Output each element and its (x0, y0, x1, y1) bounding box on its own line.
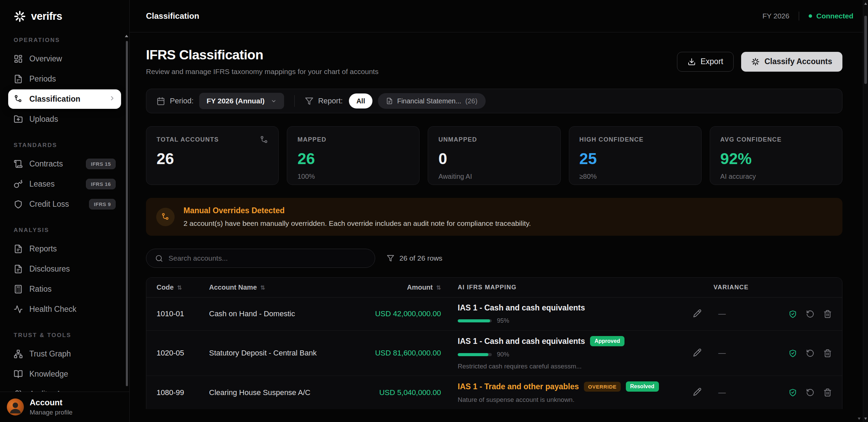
undo-icon[interactable] (806, 388, 814, 397)
ifrs-mapping: IAS 1 - Trade and other payables (458, 382, 579, 391)
table-row[interactable]: 1010-01 Cash on Hand - Domestic USD 42,0… (146, 297, 842, 330)
account-name: Statutory Deposit - Central Bank (209, 349, 339, 358)
folder-upload-icon (14, 115, 23, 124)
sidebar-item-periods[interactable]: Periods (8, 69, 121, 89)
undo-icon[interactable] (806, 349, 814, 358)
document-icon (14, 74, 23, 84)
download-icon (688, 58, 696, 66)
app-root: verifrs OPERATIONS Overview Periods Clas… (0, 0, 868, 422)
sidebar-item-disclosures[interactable]: Disclosures (8, 259, 121, 279)
scroll-icon (14, 159, 23, 169)
approved-badge: Approved (590, 336, 624, 346)
edit-pencil-icon[interactable] (693, 348, 702, 357)
book-open-icon (14, 369, 23, 379)
starburst-icon (14, 10, 26, 23)
approve-shield-icon[interactable] (789, 310, 797, 318)
sidebar-item-reports[interactable]: Reports (8, 239, 121, 259)
table-row[interactable]: 1080-99 Clearing House Suspense A/C USD … (146, 376, 842, 409)
delete-trash-icon[interactable] (823, 310, 832, 318)
filter-divider (294, 95, 295, 107)
confidence-bar (458, 319, 492, 322)
key-icon (14, 179, 23, 189)
branch-icon (260, 135, 269, 145)
scrollbar-up-arrow[interactable] (864, 2, 867, 5)
account-footer[interactable]: Account Manage profile (0, 392, 129, 422)
scrollbar-thumb[interactable] (864, 16, 867, 84)
sidebar-item-trust-graph[interactable]: Trust Graph (8, 344, 121, 364)
nav-section-trust-tools: TRUST & TOOLS (8, 332, 121, 339)
connected-status-dot (809, 14, 812, 18)
edit-pencil-icon[interactable] (693, 309, 702, 318)
mapping-note: Restricted cash requires careful assessm… (458, 363, 693, 370)
page-content: IFRS Classification Review and manage IF… (130, 32, 863, 409)
sidebar-item-health-check[interactable]: Health Check (8, 300, 121, 319)
account-name: Cash on Hand - Domestic (209, 309, 339, 318)
stat-value: 25 (579, 149, 691, 168)
sidebar-item-contracts[interactable]: Contracts IFRS 15 (8, 154, 121, 174)
sidebar-scroll-up-arrow[interactable] (125, 35, 128, 37)
stat-value: 92% (720, 149, 832, 168)
sidebar-item-leases[interactable]: Leases IFRS 16 (8, 174, 121, 194)
avatar (7, 398, 24, 416)
sidebar-item-overview[interactable]: Overview (8, 49, 121, 69)
variance-value: — (713, 388, 754, 397)
sidebar-item-uploads[interactable]: Uploads (8, 110, 121, 129)
sidebar-item-label: Credit Loss (29, 200, 69, 209)
approve-shield-icon[interactable] (789, 388, 797, 397)
header-code[interactable]: Code ⇅ (157, 283, 209, 291)
stat-total-accounts: TOTAL ACCOUNTS 26 (146, 126, 279, 185)
period-dropdown[interactable]: FY 2026 (Annual) (199, 93, 284, 109)
ifrs-mapping: IAS 1 - Cash and cash equivalents (458, 337, 585, 346)
inner-scroll-down-arrow[interactable] (858, 418, 860, 420)
account-name: Clearing House Suspense A/C (209, 388, 339, 397)
document-icon (386, 98, 393, 104)
sidebar-scrollbar-thumb[interactable] (126, 41, 128, 386)
undo-icon[interactable] (806, 310, 814, 318)
accounts-table: Code ⇅ Account Name ⇅ Amount ⇅ AI IFRS M… (146, 277, 842, 409)
confidence-label: 95% (497, 317, 509, 324)
search-input[interactable] (168, 254, 366, 262)
funnel-icon (387, 254, 394, 262)
header-amount[interactable]: Amount ⇅ (339, 283, 441, 291)
ifrs-badge: IFRS 15 (86, 159, 116, 169)
sidebar-item-label: Periods (29, 74, 56, 84)
sidebar-item-credit-loss[interactable]: Credit Loss IFRS 9 (8, 194, 121, 214)
activity-icon (14, 305, 23, 314)
table-header: Code ⇅ Account Name ⇅ Amount ⇅ AI IFRS M… (146, 278, 842, 297)
header-account-name[interactable]: Account Name ⇅ (209, 283, 339, 291)
stat-unmapped: UNMAPPED 0 Awaiting AI (428, 126, 560, 185)
export-button[interactable]: Export (677, 52, 734, 72)
stat-mapped: MAPPED 26 100% (287, 126, 420, 185)
stat-value: 26 (157, 149, 268, 168)
topbar: Classification FY 2026 Connected (130, 0, 863, 32)
account-code: 1010-01 (157, 309, 209, 318)
banner-title: Manual Overrides Detected (183, 206, 531, 215)
sidebar-item-auditor-access[interactable]: Auditor Access (8, 384, 121, 392)
sort-icon: ⇅ (260, 284, 265, 291)
edit-pencil-icon[interactable] (693, 388, 702, 396)
report-chip-count: (26) (465, 97, 477, 105)
delete-trash-icon[interactable] (823, 349, 832, 358)
delete-trash-icon[interactable] (823, 388, 832, 397)
scrollbar-down-arrow[interactable] (864, 418, 867, 420)
sidebar-item-classification[interactable]: Classification (8, 89, 121, 109)
override-banner-icon-circle (156, 208, 175, 226)
sidebar-item-ratios[interactable]: Ratios (8, 279, 121, 299)
search-box[interactable] (146, 249, 375, 268)
report-filter-all[interactable]: All (349, 93, 373, 108)
shield-icon (14, 200, 23, 209)
sidebar-item-knowledge[interactable]: Knowledge (8, 364, 121, 384)
report-filter-financial-statements[interactable]: Financial Statemen... (26) (378, 93, 485, 109)
sidebar-item-label: Uploads (29, 115, 58, 124)
sidebar-item-label: Ratios (29, 285, 52, 294)
brand-logo[interactable]: verifrs (0, 0, 129, 23)
stat-high-confidence: HIGH CONFIDENCE 25 ≥80% (569, 126, 702, 185)
approve-shield-icon[interactable] (789, 349, 797, 358)
table-row[interactable]: 1020-05 Statutory Deposit - Central Bank… (146, 330, 842, 376)
connection-status: Connected (816, 12, 853, 20)
account-title: Account (30, 398, 73, 407)
ifrs-badge: IFRS 16 (86, 179, 116, 189)
classify-accounts-button[interactable]: Classify Accounts (741, 52, 842, 72)
window-scrollbar[interactable] (863, 0, 868, 422)
hierarchy-icon (14, 349, 23, 359)
